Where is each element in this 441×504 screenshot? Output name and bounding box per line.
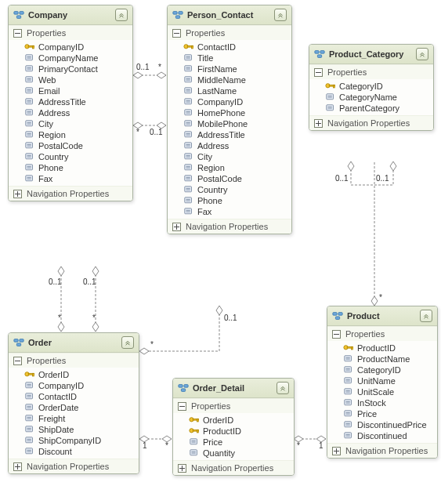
property-row[interactable]: Address <box>168 140 291 151</box>
property-row[interactable]: Address <box>9 107 132 118</box>
property-row[interactable]: ProductID <box>173 426 294 437</box>
property-row[interactable]: AddressTitle <box>9 96 132 107</box>
property-row[interactable]: Phone <box>9 162 132 173</box>
property-row[interactable]: ContactID <box>168 42 291 53</box>
entity-header[interactable]: Product_Category <box>309 45 433 64</box>
property-row[interactable]: ShipCompanyID <box>9 435 139 446</box>
property-icon <box>189 437 200 447</box>
collapse-button[interactable] <box>420 310 432 322</box>
collapse-button[interactable] <box>416 48 428 60</box>
property-row[interactable]: MobilePhone <box>168 118 291 129</box>
properties-header[interactable]: Properties <box>327 327 437 341</box>
properties-header[interactable]: Properties <box>168 26 291 40</box>
property-row[interactable]: Freight <box>9 413 139 424</box>
entity-product-category[interactable]: Product_CategoryPropertiesCategoryIDCate… <box>309 44 434 131</box>
collapse-button[interactable] <box>121 336 134 349</box>
mult-label: * <box>58 314 61 322</box>
nav-properties-header[interactable]: Navigation Properties <box>9 459 139 473</box>
property-row[interactable]: PostalCode <box>9 140 132 151</box>
collapse-button[interactable] <box>277 382 289 394</box>
svg-rect-112 <box>317 55 321 58</box>
property-row[interactable]: ProductID <box>327 343 437 354</box>
nav-properties-header[interactable]: Navigation Properties <box>9 187 132 201</box>
entity-header[interactable]: Order_Detail <box>173 379 294 398</box>
property-row[interactable]: UnitScale <box>327 386 437 397</box>
properties-header[interactable]: Properties <box>9 26 132 40</box>
svg-rect-149 <box>179 385 183 388</box>
property-icon <box>183 64 194 74</box>
entity-company[interactable]: CompanyPropertiesCompanyIDCompanyNamePri… <box>8 5 133 201</box>
svg-rect-161 <box>190 450 197 455</box>
property-row[interactable]: MiddleName <box>168 74 291 85</box>
property-row[interactable]: City <box>168 151 291 162</box>
property-row[interactable]: Region <box>168 162 291 173</box>
property-row[interactable]: PrimaryContact <box>9 63 132 74</box>
property-row[interactable]: Country <box>168 184 291 195</box>
property-row[interactable]: City <box>9 118 132 129</box>
property-row[interactable]: Price <box>327 408 437 419</box>
property-name: HomePhone <box>197 108 245 118</box>
nav-properties-header[interactable]: Navigation Properties <box>168 219 291 234</box>
property-row[interactable]: Discontinued <box>327 430 437 441</box>
entity-header[interactable]: Product <box>327 306 437 326</box>
property-row[interactable]: LastName <box>168 85 291 96</box>
property-row[interactable]: Price <box>173 437 294 448</box>
property-row[interactable]: Fax <box>9 173 132 184</box>
entity-order-detail[interactable]: Order_DetailPropertiesOrderIDProductIDPr… <box>172 378 295 476</box>
property-name: Address <box>38 108 70 118</box>
properties-header[interactable]: Properties <box>9 354 139 368</box>
nav-properties-header[interactable]: Navigation Properties <box>327 444 437 458</box>
properties-header[interactable]: Properties <box>309 65 433 79</box>
property-row[interactable]: ShipDate <box>9 424 139 435</box>
svg-rect-104 <box>185 198 192 203</box>
property-row[interactable]: Fax <box>168 206 291 217</box>
properties-header[interactable]: Properties <box>173 399 294 413</box>
property-row[interactable]: ProductName <box>327 354 437 364</box>
property-row[interactable]: UnitName <box>327 375 437 386</box>
property-row[interactable]: CategoryID <box>309 81 433 92</box>
property-row[interactable]: ParentCategory <box>309 103 433 114</box>
entity-header[interactable]: Company <box>9 5 132 25</box>
property-row[interactable]: Phone <box>168 195 291 206</box>
property-name: ContactID <box>38 392 77 401</box>
property-row[interactable]: Discount <box>9 446 139 457</box>
property-row[interactable]: DiscontinuedPrice <box>327 419 437 430</box>
property-icon <box>24 381 35 390</box>
property-row[interactable]: CompanyName <box>9 53 132 63</box>
minus-icon <box>13 357 22 365</box>
property-row[interactable]: AddressTitle <box>168 129 291 140</box>
property-row[interactable]: Email <box>9 85 132 96</box>
property-row[interactable]: Quantity <box>173 448 294 459</box>
entity-header[interactable]: Order <box>9 333 139 353</box>
entity-product[interactable]: ProductPropertiesProductIDProductNameCat… <box>327 306 438 459</box>
property-row[interactable]: CategoryID <box>327 364 437 375</box>
nav-properties-header[interactable]: Navigation Properties <box>173 461 294 475</box>
property-row[interactable]: FirstName <box>168 63 291 74</box>
mult-label: 0..1 <box>49 277 62 286</box>
property-row[interactable]: ContactID <box>9 391 139 402</box>
property-name: ParentCategory <box>339 103 399 113</box>
collapse-button[interactable] <box>115 9 128 21</box>
property-row[interactable]: CategoryName <box>309 92 433 103</box>
svg-marker-5 <box>92 267 99 276</box>
property-row[interactable]: CompanyID <box>9 380 139 391</box>
property-row[interactable]: Country <box>9 151 132 162</box>
svg-rect-47 <box>26 143 33 148</box>
property-row[interactable]: OrderID <box>173 415 294 426</box>
property-row[interactable]: Web <box>9 74 132 85</box>
property-row[interactable]: CompanyID <box>168 96 291 107</box>
property-row[interactable]: Title <box>168 53 291 63</box>
collapse-button[interactable] <box>274 9 287 21</box>
property-row[interactable]: CompanyID <box>9 42 132 53</box>
nav-properties-header[interactable]: Navigation Properties <box>309 116 433 130</box>
entity-person-contact[interactable]: Person_ContactPropertiesContactIDTitleFi… <box>167 5 292 234</box>
entity-header[interactable]: Person_Contact <box>168 5 291 25</box>
property-row[interactable]: OrderDate <box>9 402 139 413</box>
property-row[interactable]: Region <box>9 129 132 140</box>
property-row[interactable]: HomePhone <box>168 107 291 118</box>
property-name: MiddleName <box>197 75 246 85</box>
property-row[interactable]: OrderID <box>9 369 139 380</box>
property-row[interactable]: PostalCode <box>168 173 291 184</box>
property-row[interactable]: InStock <box>327 397 437 408</box>
entity-order[interactable]: OrderPropertiesOrderIDCompanyIDContactID… <box>8 332 139 474</box>
